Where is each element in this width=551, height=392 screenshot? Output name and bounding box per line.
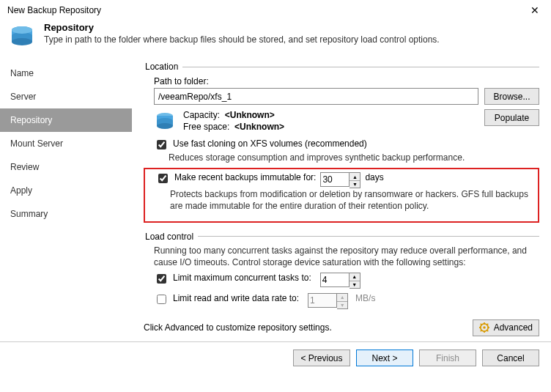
immutable-checkbox[interactable] (158, 174, 168, 183)
limit-rate-input (308, 293, 337, 308)
svg-point-12 (483, 327, 486, 330)
immutable-desc: Protects backups from modification or de… (170, 188, 533, 212)
title-bar: New Backup Repository ✕ (0, 0, 551, 19)
step-apply[interactable]: Apply (0, 179, 132, 202)
svg-point-5 (12, 26, 32, 34)
svg-line-19 (480, 330, 481, 332)
svg-point-4 (12, 38, 32, 45)
fast-clone-desc: Reduces storage consumption and improves… (169, 152, 539, 163)
svg-line-17 (480, 324, 481, 325)
advanced-hint: Click Advanced to customize repository s… (144, 322, 332, 333)
limit-tasks-label: Limit maximum concurrent tasks to: (173, 273, 311, 283)
step-review[interactable]: Review (0, 155, 132, 179)
path-input[interactable] (154, 88, 478, 105)
advanced-button[interactable]: Advanced (473, 319, 539, 336)
page-title: Repository (44, 22, 440, 33)
limit-rate-label: Limit read and write data rate to: (173, 293, 299, 303)
limit-rate-checkbox[interactable] (157, 295, 166, 304)
populate-button[interactable]: Populate (484, 109, 539, 126)
immutable-label-post: days (365, 172, 383, 182)
dialog-button-bar: < Previous Next > Finish Cancel (0, 341, 551, 374)
location-group: Location Path to folder: Browse... Capac… (144, 62, 539, 227)
immutable-label-pre: Make recent backups immutable for: (174, 172, 316, 182)
step-server[interactable]: Server (0, 85, 132, 108)
capacity-info: Capacity: <Unknown> Free space: <Unknown… (183, 109, 284, 133)
wizard-header: Repository Type in path to the folder wh… (0, 19, 551, 57)
browse-button[interactable]: Browse... (484, 88, 539, 105)
rate-spin-down: ▼ (337, 301, 347, 308)
path-label: Path to folder: (154, 76, 539, 86)
immutable-spin-down[interactable]: ▼ (350, 180, 360, 188)
tasks-spin-up[interactable]: ▲ (350, 273, 360, 281)
disk-icon (154, 110, 176, 132)
next-button[interactable]: Next > (356, 350, 413, 366)
repository-icon (9, 23, 35, 50)
previous-button[interactable]: < Previous (293, 350, 350, 366)
step-summary[interactable]: Summary (0, 202, 132, 226)
close-icon[interactable]: ✕ (526, 4, 544, 16)
step-mount-server[interactable]: Mount Server (0, 132, 132, 155)
limit-tasks-input[interactable] (320, 273, 350, 287)
wizard-steps: Name Server Repository Mount Server Revi… (0, 57, 132, 339)
window-title: New Backup Repository (7, 5, 101, 15)
fast-clone-checkbox[interactable] (157, 140, 166, 149)
step-repository[interactable]: Repository (0, 108, 132, 132)
rate-spin-up: ▲ (337, 294, 347, 301)
svg-point-10 (157, 123, 173, 129)
finish-button: Finish (419, 350, 476, 366)
limit-tasks-checkbox[interactable] (157, 274, 166, 284)
load-control-legend: Load control (144, 232, 198, 242)
load-control-group: Load control Running too many concurrent… (144, 232, 539, 309)
svg-line-20 (487, 324, 488, 325)
tasks-spin-down[interactable]: ▼ (350, 281, 360, 288)
immutable-days-input[interactable] (320, 172, 350, 187)
step-name[interactable]: Name (0, 62, 132, 85)
fast-clone-label: Use fast cloning on XFS volumes (recomme… (173, 138, 367, 149)
location-legend: Location (144, 62, 182, 72)
cancel-button[interactable]: Cancel (482, 350, 539, 366)
page-subtitle: Type in path to the folder where backup … (44, 34, 440, 45)
main-panel: Location Path to folder: Browse... Capac… (132, 57, 551, 339)
gear-icon (479, 322, 489, 333)
immutability-highlight: Make recent backups immutable for: ▲ ▼ d… (144, 168, 539, 222)
immutable-spin-up[interactable]: ▲ (350, 173, 360, 180)
load-control-desc: Running too many concurrent tasks agains… (154, 245, 539, 268)
svg-line-18 (487, 330, 488, 332)
limit-rate-unit: MB/s (355, 293, 375, 303)
